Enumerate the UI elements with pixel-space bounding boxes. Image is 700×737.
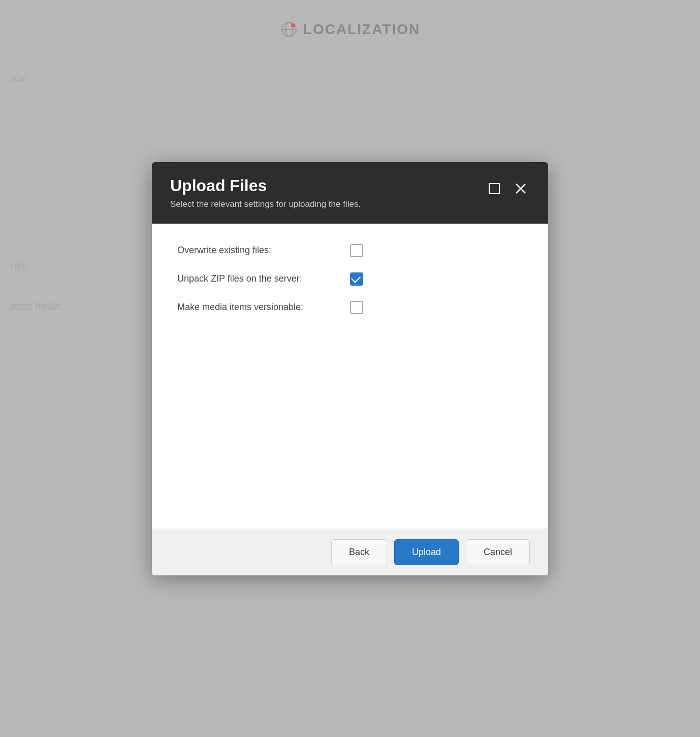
modal-footer: Back Upload Cancel <box>152 529 548 575</box>
close-button[interactable] <box>512 179 530 198</box>
versionable-row: Make media items versionable: <box>177 301 523 314</box>
overwrite-checkbox[interactable] <box>350 244 363 257</box>
modal-title: Upload Files <box>170 176 361 195</box>
overwrite-row: Overwrite existing files: <box>177 244 523 257</box>
cancel-button[interactable]: Cancel <box>466 539 530 565</box>
modal-body: Overwrite existing files: Unpack ZIP fil… <box>152 224 548 529</box>
versionable-checkbox[interactable] <box>350 301 363 314</box>
maximize-icon <box>487 181 501 196</box>
unpack-zip-label: Unpack ZIP files on the server: <box>177 273 350 284</box>
upload-files-dialog: Upload Files Select the relevant setting… <box>152 162 548 575</box>
modal-subtitle: Select the relevant settings for uploadi… <box>170 199 361 209</box>
unpack-zip-row: Unpack ZIP files on the server: <box>177 272 523 286</box>
close-icon <box>514 181 528 196</box>
back-button[interactable]: Back <box>331 539 387 565</box>
modal-header-actions <box>485 179 530 198</box>
overwrite-label: Overwrite existing files: <box>177 245 350 256</box>
svg-rect-4 <box>489 183 499 194</box>
unpack-zip-checkbox[interactable] <box>350 272 363 286</box>
modal-header-left: Upload Files Select the relevant setting… <box>170 176 361 209</box>
modal-header: Upload Files Select the relevant setting… <box>152 162 548 224</box>
modal-backdrop: Upload Files Select the relevant setting… <box>0 0 700 737</box>
maximize-button[interactable] <box>485 179 503 198</box>
upload-button[interactable]: Upload <box>394 539 459 565</box>
versionable-label: Make media items versionable: <box>177 302 350 313</box>
